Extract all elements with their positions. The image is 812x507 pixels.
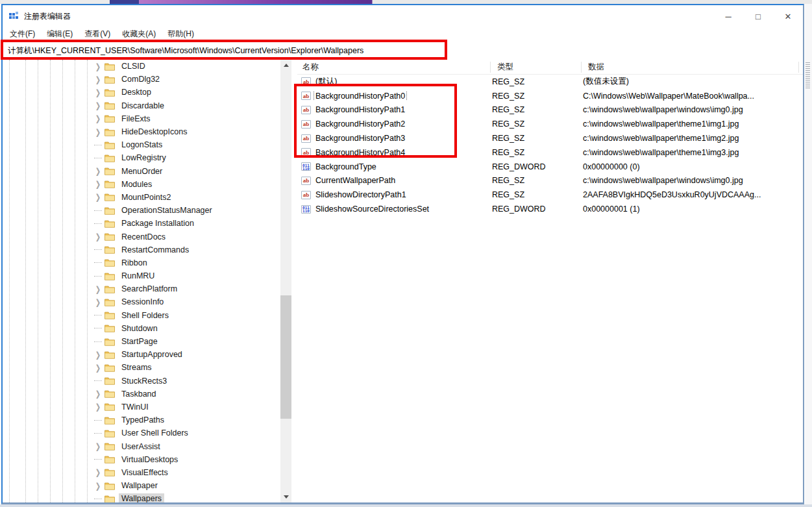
expand-chevron-icon[interactable]: ❯: [95, 364, 101, 373]
column-header-data[interactable]: 数据: [588, 60, 604, 74]
tree-item[interactable]: ❯ Discardable: [3, 99, 280, 112]
string-value-icon: ab: [301, 120, 311, 129]
tree-item[interactable]: LogonStats: [3, 138, 280, 151]
registry-value-row[interactable]: 011110 BackgroundType REG_DWORD 0x000000…: [297, 160, 803, 174]
tree-item[interactable]: StuckRects3: [3, 375, 280, 388]
tree-item[interactable]: Ribbon: [3, 256, 280, 269]
tree-item[interactable]: RunMRU: [3, 269, 280, 282]
minimize-button[interactable]: ─: [713, 5, 743, 27]
column-divider[interactable]: [581, 62, 582, 73]
tree-item[interactable]: ❯ HideDesktopIcons: [3, 125, 280, 138]
registry-value-row[interactable]: ab (默认) REG_SZ (数值未设置): [297, 75, 803, 89]
registry-value-row[interactable]: ab SlideshowDirectoryPath1 REG_SZ 2AAFA8…: [297, 188, 803, 202]
tree-item[interactable]: User Shell Folders: [3, 427, 280, 439]
registry-value-row[interactable]: ab BackgroundHistoryPath3 REG_SZ c:\wind…: [297, 131, 803, 145]
tree-item-label: MenuOrder: [119, 166, 165, 177]
expand-chevron-icon[interactable]: ❯: [95, 350, 101, 359]
folder-icon: [105, 455, 115, 464]
expand-chevron-icon[interactable]: ❯: [95, 442, 101, 451]
tree-item[interactable]: ❯ ComDlg32: [3, 73, 280, 86]
expand-chevron-icon[interactable]: ❯: [95, 101, 101, 110]
menu-item[interactable]: 帮助(H): [162, 27, 200, 41]
menu-item[interactable]: 查看(V): [79, 27, 116, 41]
expand-chevron-icon[interactable]: ❯: [95, 62, 101, 71]
tree-item-label: Shutdown: [119, 323, 160, 334]
tree-item[interactable]: ❯ VisualEffects: [3, 466, 280, 479]
string-value-icon: ab: [301, 106, 311, 114]
tree-item[interactable]: ❯ RecentDocs: [3, 230, 280, 243]
tree-item[interactable]: ❯ Taskband: [3, 388, 280, 401]
registry-editor-icon: [8, 11, 19, 21]
tree-item[interactable]: ❯ CLSID: [3, 60, 280, 73]
tree-item[interactable]: ❯ TWinUI: [3, 401, 280, 414]
address-input[interactable]: [3, 42, 803, 60]
folder-icon: [105, 141, 115, 149]
scrollbar-thumb[interactable]: [280, 295, 291, 419]
tree-item[interactable]: ❯ MenuOrder: [3, 165, 280, 178]
maximize-button[interactable]: □: [743, 5, 773, 27]
menu-item[interactable]: 编辑(E): [41, 27, 79, 41]
close-button[interactable]: ✕: [773, 5, 803, 27]
tree-item[interactable]: Wallpapers: [3, 492, 280, 502]
expand-chevron-icon[interactable]: ❯: [95, 193, 101, 202]
menu-item[interactable]: 文件(F): [4, 27, 41, 41]
registry-value-row[interactable]: ab CurrentWallpaperPath REG_SZ c:\window…: [297, 174, 803, 188]
registry-value-row[interactable]: 011110 SlideshowSourceDirectoriesSet REG…: [297, 202, 803, 216]
registry-value-row[interactable]: ab BackgroundHistoryPath4 REG_SZ c:\wind…: [297, 145, 803, 160]
tree-item[interactable]: ❯ Desktop: [3, 86, 280, 99]
value-type: REG_SZ: [492, 92, 583, 101]
tree-item[interactable]: RestartCommands: [3, 243, 280, 256]
tree-item[interactable]: TypedPaths: [3, 414, 280, 427]
folder-icon: [105, 416, 115, 425]
scroll-up-arrow-icon[interactable]: [280, 60, 291, 71]
tree-item[interactable]: StartPage: [3, 335, 280, 348]
tree-item[interactable]: LowRegistry: [3, 151, 280, 164]
expand-chevron-icon[interactable]: ❯: [95, 88, 101, 97]
column-divider[interactable]: [798, 62, 799, 73]
folder-icon: [105, 442, 115, 451]
tree-item[interactable]: Shell Folders: [3, 309, 280, 322]
tree-item[interactable]: ❯ StartupApproved: [3, 348, 280, 361]
column-header-name[interactable]: 名称: [302, 60, 319, 74]
registry-value-row[interactable]: ab BackgroundHistoryPath1 REG_SZ c:\wind…: [297, 103, 803, 117]
column-header-type[interactable]: 类型: [497, 60, 513, 74]
scroll-down-arrow-icon[interactable]: [280, 491, 291, 502]
expand-chevron-icon[interactable]: ❯: [95, 180, 101, 189]
expand-chevron-icon[interactable]: ❯: [95, 402, 101, 412]
tree-item[interactable]: ❯ SearchPlatform: [3, 282, 280, 295]
tree-item[interactable]: VirtualDesktops: [3, 453, 280, 466]
expand-chevron-icon[interactable]: ❯: [95, 298, 101, 307]
folder-icon: [105, 245, 115, 254]
tree-item[interactable]: Shutdown: [3, 322, 280, 335]
tree-item[interactable]: ❯ Modules: [3, 178, 280, 191]
expand-chevron-icon[interactable]: ❯: [95, 284, 101, 293]
tree-item-label: Modules: [119, 179, 154, 190]
tree-item[interactable]: ❯ Streams: [3, 361, 280, 374]
tree-item[interactable]: ❯ Wallpaper: [3, 479, 280, 492]
expand-chevron-icon[interactable]: ❯: [95, 167, 101, 176]
tree-item[interactable]: Package Installation: [3, 217, 280, 230]
tree-item[interactable]: OperationStatusManager: [3, 204, 280, 217]
registry-value-row[interactable]: ab BackgroundHistoryPath0 REG_SZ C:\Wind…: [297, 89, 803, 103]
tree-item[interactable]: ❯ UserAssist: [3, 439, 280, 452]
column-divider[interactable]: [490, 62, 491, 73]
expand-chevron-icon[interactable]: ❯: [95, 114, 101, 123]
expand-chevron-icon[interactable]: ❯: [95, 127, 101, 136]
value-type: REG_SZ: [492, 119, 583, 129]
value-type: REG_SZ: [492, 134, 583, 143]
expand-chevron-icon[interactable]: ❯: [95, 390, 101, 399]
menu-item[interactable]: 收藏夹(A): [116, 27, 162, 41]
expand-chevron-icon[interactable]: ❯: [95, 232, 101, 241]
tree-item[interactable]: ❯ MountPoints2: [3, 191, 280, 204]
tree-item-label: SearchPlatform: [119, 284, 180, 294]
tree-item[interactable]: ❯ SessionInfo: [3, 295, 280, 308]
tree-scrollbar[interactable]: [280, 60, 291, 502]
folder-icon: [105, 232, 115, 241]
expand-chevron-icon[interactable]: ❯: [95, 481, 101, 490]
tree-item-label: Shell Folders: [119, 310, 171, 321]
expand-chevron-icon[interactable]: ❯: [95, 75, 101, 84]
expand-chevron-icon[interactable]: ❯: [95, 468, 101, 477]
tree-item[interactable]: ❯ FileExts: [3, 112, 280, 125]
registry-value-row[interactable]: ab BackgroundHistoryPath2 REG_SZ c:\wind…: [297, 117, 803, 131]
folder-icon: [105, 75, 115, 84]
